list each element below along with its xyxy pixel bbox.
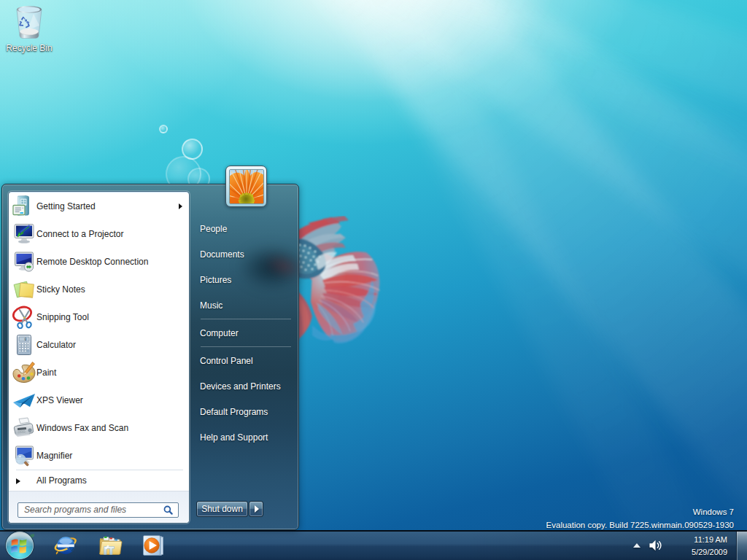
svg-text:0: 0 bbox=[24, 338, 26, 342]
